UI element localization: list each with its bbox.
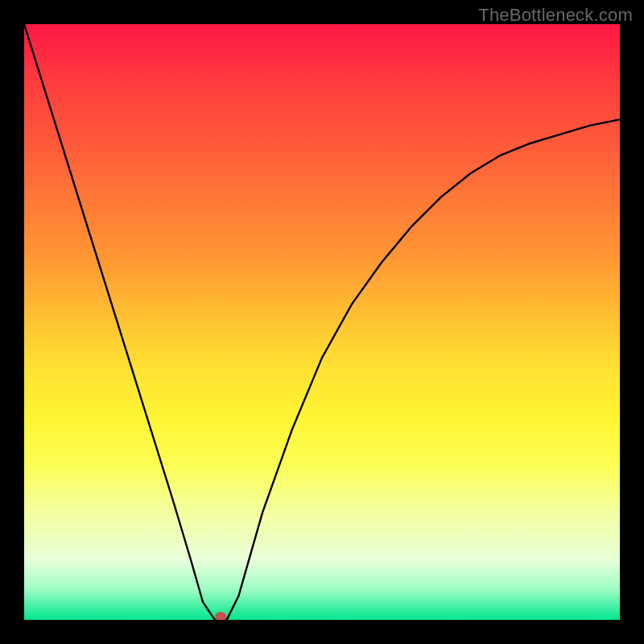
plot-area: [24, 24, 620, 620]
curve-svg: [24, 24, 620, 620]
minimum-marker: [215, 612, 226, 620]
bottleneck-curve: [24, 24, 620, 620]
watermark-text: TheBottleneck.com: [478, 5, 633, 26]
chart-frame: TheBottleneck.com: [0, 0, 644, 644]
